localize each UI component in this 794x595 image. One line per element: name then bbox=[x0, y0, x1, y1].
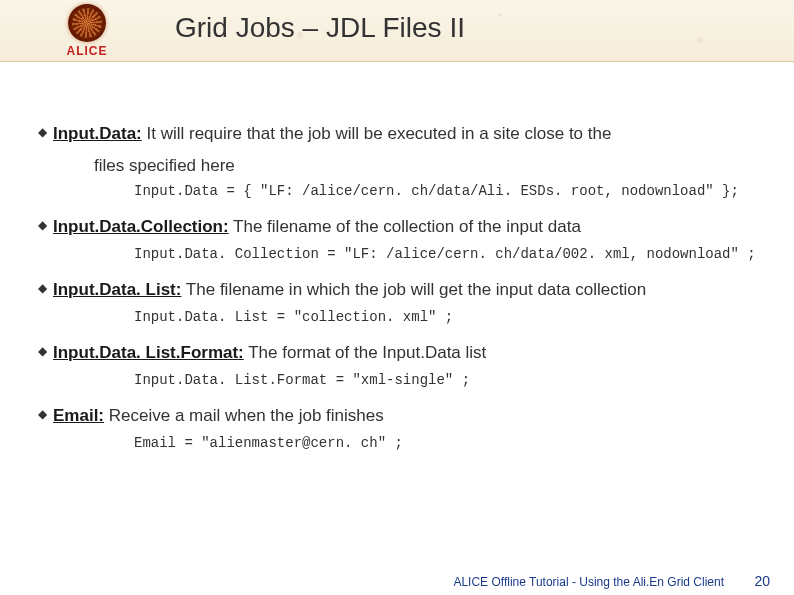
bullet-marker-icon: ◆ bbox=[38, 125, 47, 139]
bullet-marker-icon: ◆ bbox=[38, 407, 47, 421]
alice-logo: ALICE bbox=[50, 4, 124, 60]
bullet-text: Input.Data. List: The filename in which … bbox=[53, 276, 646, 303]
alice-logo-icon bbox=[68, 4, 106, 42]
bullet-desc: It will require that the job will be exe… bbox=[142, 124, 612, 143]
bullet-marker-icon: ◆ bbox=[38, 281, 47, 295]
footer-text: ALICE Offline Tutorial - Using the Ali.E… bbox=[453, 575, 724, 589]
slide-content: ◆ Input.Data: It will require that the j… bbox=[38, 120, 756, 465]
bullet-desc: Receive a mail when the job finishes bbox=[104, 406, 384, 425]
bullet-desc-continued: files specified here bbox=[94, 153, 756, 179]
bullet-desc: The format of the Input.Data list bbox=[244, 343, 487, 362]
slide-title: Grid Jobs – JDL Files II bbox=[175, 12, 465, 44]
bullet-marker-icon: ◆ bbox=[38, 218, 47, 232]
bullet-desc: The filename in which the job will get t… bbox=[181, 280, 646, 299]
code-sample: Input.Data. Collection = "LF: /alice/cer… bbox=[134, 246, 756, 262]
alice-logo-text: ALICE bbox=[67, 44, 108, 58]
bullet-item: ◆ Input.Data.Collection: The filename of… bbox=[38, 213, 756, 240]
code-sample: Input.Data. List.Format = "xml-single" ; bbox=[134, 372, 756, 388]
bullet-term: Input.Data. List: bbox=[53, 280, 181, 299]
code-sample: Input.Data. List = "collection. xml" ; bbox=[134, 309, 756, 325]
bullet-item: ◆ Input.Data: It will require that the j… bbox=[38, 120, 756, 147]
bullet-marker-icon: ◆ bbox=[38, 344, 47, 358]
bullet-item: ◆ Email: Receive a mail when the job fin… bbox=[38, 402, 756, 429]
bullet-text: Input.Data. List.Format: The format of t… bbox=[53, 339, 486, 366]
bullet-text: Input.Data: It will require that the job… bbox=[53, 120, 611, 147]
bullet-text: Input.Data.Collection: The filename of t… bbox=[53, 213, 581, 240]
code-sample: Email = "alienmaster@cern. ch" ; bbox=[134, 435, 756, 451]
bullet-desc: The filename of the collection of the in… bbox=[229, 217, 581, 236]
bullet-term: Input.Data. List.Format: bbox=[53, 343, 244, 362]
bullet-text: Email: Receive a mail when the job finis… bbox=[53, 402, 384, 429]
bullet-item: ◆ Input.Data. List: The filename in whic… bbox=[38, 276, 756, 303]
bullet-term: Input.Data.Collection: bbox=[53, 217, 229, 236]
bullet-item: ◆ Input.Data. List.Format: The format of… bbox=[38, 339, 756, 366]
bullet-term: Email: bbox=[53, 406, 104, 425]
bullet-term: Input.Data: bbox=[53, 124, 142, 143]
page-number: 20 bbox=[754, 573, 770, 589]
code-sample: Input.Data = { "LF: /alice/cern. ch/data… bbox=[134, 183, 756, 199]
